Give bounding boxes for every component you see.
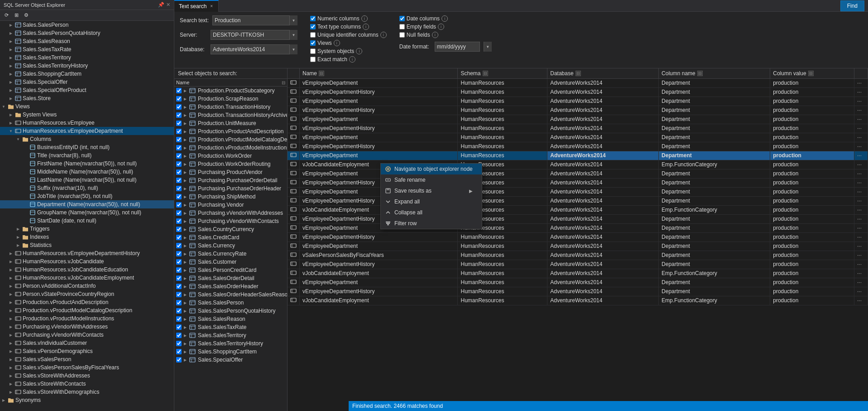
object-checkbox[interactable]: [176, 300, 182, 305]
table-row[interactable]: vEmployeeDepartment HumanResources Adven…: [288, 97, 868, 106]
tree-expander[interactable]: ▶: [7, 29, 14, 37]
tree-item[interactable]: ▶HumanResources.vJobCandidate: [0, 257, 174, 266]
colname-filter-btn[interactable]: ⊟: [697, 71, 703, 76]
object-checkbox[interactable]: [176, 210, 182, 216]
tree-expander[interactable]: ▶: [7, 119, 14, 126]
object-checkbox[interactable]: [176, 227, 182, 232]
object-checkbox[interactable]: [176, 333, 182, 338]
object-list-item[interactable]: ▶ Sales.CountryCurrency: [174, 225, 287, 233]
row-more-btn[interactable]: ···: [854, 142, 868, 151]
tree-item[interactable]: ▶System Views: [0, 111, 174, 119]
tree-item[interactable]: ▶Sales.Store: [0, 94, 174, 102]
name-filter-btn[interactable]: ⊟: [319, 71, 324, 76]
tree-expander[interactable]: ▶: [0, 396, 7, 404]
object-list-item[interactable]: ▶ Production.UnitMeasure: [174, 119, 287, 127]
object-checkbox[interactable]: [176, 194, 182, 199]
object-list-item[interactable]: ▶ Purchasing.ProductVendor: [174, 168, 287, 176]
object-list-item[interactable]: ▶ Purchasing.PurchaseOrderHeader: [174, 184, 287, 193]
objects-filter-icon[interactable]: ⊟: [282, 80, 285, 85]
exact-match-info-icon[interactable]: i: [349, 56, 355, 63]
object-checkbox[interactable]: [176, 104, 182, 110]
object-checkbox[interactable]: [176, 202, 182, 208]
search-text-input[interactable]: [212, 15, 297, 25]
object-checkbox[interactable]: [176, 308, 182, 314]
null-fields-checkbox[interactable]: [399, 32, 405, 38]
tree-expander[interactable]: ▶: [7, 299, 14, 306]
tree-expander[interactable]: ▶: [7, 78, 14, 86]
ctx-save-results[interactable]: Save results as ▶: [381, 185, 482, 196]
refresh-button[interactable]: ⟳: [2, 11, 11, 19]
table-row[interactable]: vJobCandidateEmployment HumanResources A…: [288, 160, 868, 169]
tree-item[interactable]: ▶HumanResources.vJobCandidateEmployment: [0, 274, 174, 282]
table-row[interactable]: vEmployeeDepartmentHistory HumanResource…: [288, 287, 868, 296]
object-checkbox[interactable]: [176, 121, 182, 126]
ctx-collapse-all[interactable]: Collapse all: [381, 207, 482, 218]
object-list-item[interactable]: ▶ Sales.SalesTerritoryHistory: [174, 339, 287, 348]
tree-expander[interactable]: ▶: [7, 331, 14, 338]
object-checkbox[interactable]: [176, 129, 182, 134]
object-checkbox[interactable]: [176, 276, 182, 281]
ctx-navigate[interactable]: Navigate to object explorer node: [381, 164, 482, 174]
server-input[interactable]: [211, 30, 297, 40]
tree-expander[interactable]: ▶: [7, 70, 14, 77]
row-more-btn[interactable]: ···: [854, 269, 868, 278]
table-row[interactable]: vEmployeeDepartmentHistory HumanResource…: [288, 232, 868, 242]
row-more-btn[interactable]: ···: [854, 115, 868, 124]
ctx-filter-row[interactable]: Filter row: [381, 218, 482, 229]
tree-item[interactable]: BusinessEntityID (int, not null): [0, 143, 174, 151]
tree-expander[interactable]: ▶: [7, 54, 14, 61]
row-more-btn[interactable]: ···: [854, 178, 868, 187]
row-more-btn[interactable]: ···: [854, 287, 868, 296]
tree-item[interactable]: ▶Statistics: [0, 241, 174, 249]
views-checkbox[interactable]: [310, 40, 316, 46]
tree-item[interactable]: ▶Sales.SalesTerritory: [0, 53, 174, 62]
tree-expander[interactable]: ▶: [7, 111, 14, 118]
tree-expander[interactable]: ▶: [7, 46, 14, 53]
ctx-safe-rename[interactable]: Safe rename: [381, 174, 482, 185]
object-list-item[interactable]: ▶ Sales.SalesTaxRate: [174, 323, 287, 331]
row-more-btn[interactable]: ···: [854, 169, 868, 178]
object-list-item[interactable]: ▶ Sales.Customer: [174, 258, 287, 266]
database-filter-btn[interactable]: ⊟: [575, 71, 581, 76]
tree-item[interactable]: ▶Production.vProductModelCatalogDescript…: [0, 306, 174, 314]
tree-item[interactable]: ▶Person.vStateProvinceCountryRegion: [0, 290, 174, 298]
text-type-checkbox[interactable]: [310, 24, 316, 29]
object-checkbox[interactable]: [176, 324, 182, 330]
table-row[interactable]: vEmployeeDepartment HumanResources Adven…: [288, 133, 868, 142]
row-more-btn[interactable]: ···: [854, 78, 868, 87]
tree-expander[interactable]: ▼: [7, 127, 14, 135]
empty-fields-checkbox[interactable]: [399, 24, 405, 29]
tree-expander[interactable]: ▶: [7, 87, 14, 94]
object-checkbox[interactable]: [176, 316, 182, 322]
object-list-item[interactable]: ▶ Purchasing.vVendorWithAddresses: [174, 209, 287, 217]
tree-expander[interactable]: ▶: [7, 339, 14, 347]
object-checkbox[interactable]: [176, 137, 182, 142]
tree-item[interactable]: MiddleName (Name(nvarchar(50)), null): [0, 168, 174, 176]
filter-button[interactable]: ⊞: [12, 11, 21, 19]
table-row[interactable]: vEmployeeDepartmentHistory HumanResource…: [288, 124, 868, 133]
server-dropdown-btn[interactable]: ▼: [289, 30, 297, 40]
row-more-btn[interactable]: ···: [854, 160, 868, 169]
row-more-btn[interactable]: ···: [854, 242, 868, 251]
search-dropdown-btn[interactable]: ▼: [289, 15, 297, 25]
object-list-item[interactable]: ▶ Production.ProductSubcategory: [174, 87, 287, 95]
null-fields-info-icon[interactable]: i: [432, 32, 438, 38]
tree-item[interactable]: ▶Person.vAdditionalContactInfo: [0, 282, 174, 290]
table-row[interactable]: vEmployeeDepartment HumanResources Adven…: [288, 78, 868, 87]
date-columns-info-icon[interactable]: i: [441, 15, 448, 22]
tree-item[interactable]: ▶Sales.SalesReason: [0, 37, 174, 45]
row-more-btn[interactable]: ···: [854, 106, 868, 115]
numeric-info-icon[interactable]: i: [361, 15, 368, 22]
object-list-item[interactable]: ▶ Sales.Currency: [174, 242, 287, 250]
object-checkbox[interactable]: [176, 145, 182, 150]
table-row[interactable]: vEmployeeDepartment HumanResources Adven…: [288, 187, 868, 196]
object-checkbox[interactable]: [176, 235, 182, 240]
object-list-item[interactable]: ▶ Sales.CreditCard: [174, 233, 287, 242]
colvalue-filter-btn[interactable]: ⊟: [808, 71, 814, 76]
table-row[interactable]: vEmployeeDepartment HumanResources Adven…: [288, 115, 868, 124]
system-objects-info-icon[interactable]: i: [356, 48, 362, 54]
tab-close-icon[interactable]: ×: [209, 4, 214, 9]
tree-item[interactable]: ▶Purchasing.vVendorWithContacts: [0, 331, 174, 339]
find-button[interactable]: Find: [840, 0, 864, 11]
date-format-dropdown[interactable]: ▼: [484, 42, 492, 52]
